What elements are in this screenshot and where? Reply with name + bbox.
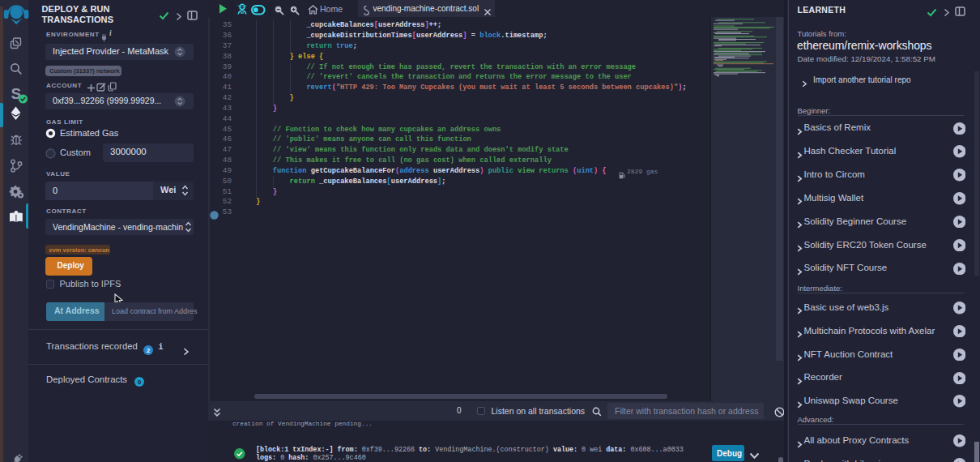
svg-text:0: 0 xyxy=(138,379,141,386)
svg-text:2: 2 xyxy=(147,347,150,354)
